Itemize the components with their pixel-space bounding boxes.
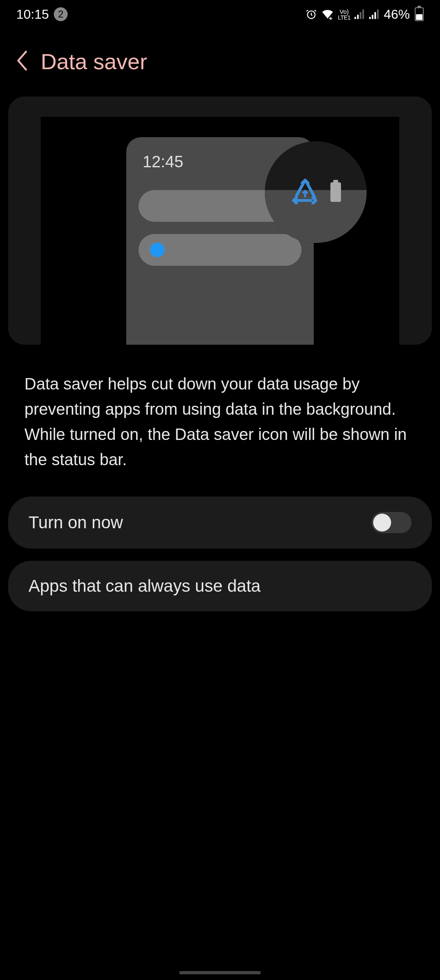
description-text: Data saver helps cut down your data usag…	[0, 351, 440, 497]
wifi-icon	[321, 9, 334, 20]
svg-rect-4	[362, 9, 364, 19]
mockup-battery-icon	[330, 182, 341, 202]
svg-rect-8	[377, 9, 378, 19]
svg-rect-2	[357, 15, 359, 19]
apps-allowlist-label: Apps that can always use data	[29, 576, 261, 596]
svg-rect-6	[372, 15, 373, 19]
data-saver-icon	[290, 178, 320, 206]
apps-allowlist-row[interactable]: Apps that can always use data	[8, 561, 432, 611]
svg-rect-7	[374, 12, 376, 19]
illustration-card: 12:45	[8, 96, 432, 345]
svg-rect-3	[360, 12, 361, 19]
status-bar: 10:15 2 Vo) LTE1	[0, 0, 440, 28]
alarm-icon	[306, 9, 317, 20]
svg-rect-5	[369, 17, 371, 19]
magnifier-zoom	[265, 141, 367, 243]
turn-on-row[interactable]: Turn on now	[8, 497, 432, 549]
turn-on-toggle[interactable]	[372, 512, 411, 533]
status-time: 10:15	[16, 7, 49, 22]
turn-on-label: Turn on now	[29, 513, 123, 532]
mockup-time: 12:45	[143, 153, 183, 171]
battery-icon	[415, 7, 424, 21]
volte-icon: Vo) LTE1	[338, 9, 350, 20]
page-title: Data saver	[41, 49, 147, 74]
back-button[interactable]	[16, 50, 29, 72]
battery-percent: 46%	[384, 7, 410, 22]
mockup-second-bar	[139, 234, 301, 266]
signal-icon-2	[369, 9, 380, 19]
page-header: Data saver	[0, 28, 440, 90]
notification-count-badge: 2	[54, 7, 68, 21]
svg-rect-1	[354, 17, 356, 19]
signal-icon-1	[354, 9, 365, 19]
navigation-handle[interactable]	[179, 971, 261, 974]
